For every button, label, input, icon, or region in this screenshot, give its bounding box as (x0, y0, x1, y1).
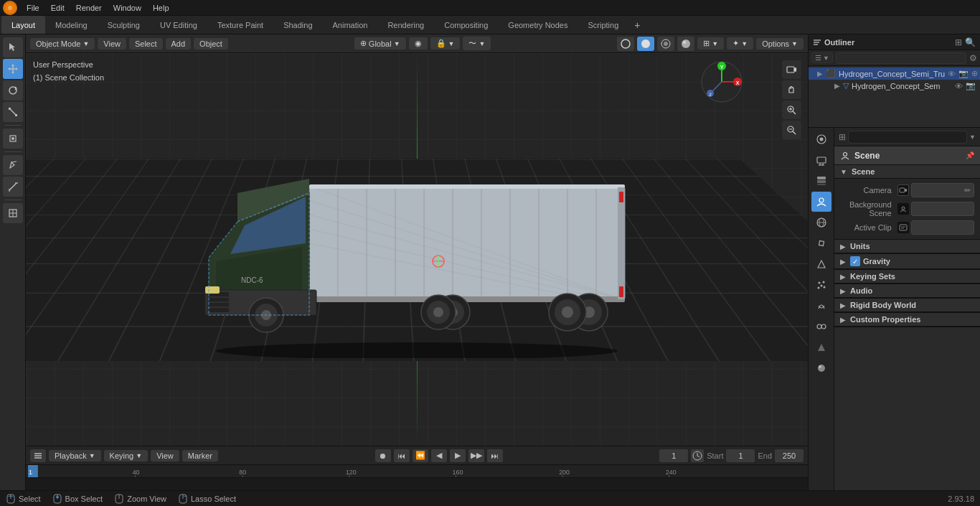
prop-render-btn[interactable] (811, 129, 831, 149)
prop-viewlayer-btn[interactable] (811, 171, 831, 191)
add-workspace-button[interactable]: + (628, 17, 646, 34)
prop-modifier-btn[interactable] (811, 254, 831, 274)
menu-help[interactable]: Help (148, 2, 174, 14)
outliner-filter-icon2[interactable]: ⚙ (969, 53, 977, 63)
timeline-menu-icon[interactable] (30, 449, 46, 462)
measure-tool[interactable] (3, 177, 23, 197)
next-keyframe-btn[interactable]: ▶▶ (468, 449, 484, 462)
proportional-edit[interactable]: ◉ (409, 37, 428, 50)
prop-world-btn[interactable] (811, 212, 831, 233)
tab-uv-editing[interactable]: UV Editing (150, 16, 207, 34)
prop-data-btn[interactable] (811, 337, 831, 357)
fps-indicator[interactable] (691, 449, 704, 462)
outliner-item-collection[interactable]: ▶ ⬛ Hydrogen_Concept_Semi_Tru 👁 📷 ⊕ (809, 67, 980, 80)
prop-object-btn[interactable] (811, 233, 831, 253)
viewport-shading-solid[interactable] (637, 37, 654, 51)
select-menu[interactable]: Select (129, 38, 163, 50)
transform-orientation[interactable]: ⊕ Global ▼ (354, 37, 406, 50)
prev-frame-btn[interactable]: ⏪ (413, 449, 428, 462)
custom-props-header[interactable]: ▶ Custom Properties (834, 313, 980, 327)
cursor-tool[interactable] (3, 37, 23, 57)
status-select[interactable]: Select (6, 494, 41, 504)
view-zoom-out-btn[interactable] (782, 121, 801, 139)
move-tool[interactable] (3, 59, 23, 79)
tab-animation[interactable]: Animation (323, 16, 378, 34)
gravity-header[interactable]: ▶ ✓ Gravity (834, 254, 980, 269)
background-scene-dropdown[interactable] (911, 202, 974, 216)
menu-render[interactable]: Render (71, 2, 107, 14)
rigid-body-header[interactable]: ▶ Rigid Body World (834, 299, 980, 312)
properties-search-input[interactable] (848, 131, 967, 144)
prop-physics-btn[interactable] (811, 296, 831, 316)
status-lasso-select[interactable]: Lasso Select (178, 494, 236, 504)
outliner-render-icon2[interactable]: 📷 (966, 81, 976, 90)
blender-logo[interactable] (3, 1, 17, 15)
gravity-checkbox[interactable]: ✓ (850, 256, 860, 266)
status-zoom-view[interactable]: Zoom View (114, 494, 166, 504)
overlay-toggle[interactable]: ⊞ ▼ (697, 37, 724, 50)
annotate-tool[interactable] (3, 155, 23, 175)
transform-tool[interactable] (3, 128, 23, 149)
outliner-filter-icon[interactable]: ⊞ (955, 37, 962, 47)
marker-dropdown[interactable]: Marker (182, 450, 218, 462)
prop-output-btn[interactable] (811, 150, 831, 170)
prop-particles-btn[interactable] (811, 275, 831, 295)
outliner-item-mesh[interactable]: ▶ ▽ Hydrogen_Concept_Sem 👁 📷 (809, 80, 980, 92)
outliner-select-icon[interactable]: ⊕ (971, 69, 978, 78)
view-dropdown-timeline[interactable]: View (151, 450, 179, 462)
outliner-filter-dropdown[interactable]: ☰ ▼ (811, 52, 833, 63)
add-menu[interactable]: Add (166, 38, 192, 50)
viewport-shading-material[interactable] (657, 37, 674, 51)
playback-dropdown[interactable]: Playback ▼ (49, 450, 101, 462)
prop-material-btn[interactable] (811, 358, 831, 378)
prop-scene-btn[interactable] (811, 192, 831, 212)
object-menu[interactable]: Object (194, 38, 228, 50)
scene-subsection-header[interactable]: ▼ Scene (834, 165, 980, 179)
gizmo-toggle[interactable]: ✦ ▼ (727, 37, 753, 50)
audio-header[interactable]: ▶ Audio (834, 284, 980, 298)
proportional-settings[interactable]: 〜 ▼ (463, 37, 491, 50)
start-frame-field[interactable]: 1 (726, 449, 755, 462)
camera-dropdown[interactable]: ✏ (911, 183, 974, 197)
viewport-shading-rendered[interactable] (677, 37, 694, 51)
view-camera-btn[interactable] (782, 60, 801, 79)
truck-model[interactable]: NDC-6 (166, 128, 668, 360)
menu-file[interactable]: File (22, 2, 44, 14)
tab-texture-paint[interactable]: Texture Paint (207, 16, 273, 34)
snap-toggle[interactable]: 🔒 ▼ (430, 37, 461, 50)
properties-filter-dropdown[interactable]: ▼ (969, 133, 976, 141)
tab-shading[interactable]: Shading (273, 16, 322, 34)
object-mode-dropdown[interactable]: Object Mode ▼ (30, 38, 95, 50)
tab-modeling[interactable]: Modeling (45, 16, 98, 34)
tab-sculpting[interactable]: Sculpting (98, 16, 150, 34)
axis-widget[interactable]: Y X Z (700, 60, 743, 103)
current-frame-field[interactable]: 1 (659, 449, 688, 462)
keying-sets-header[interactable]: ▶ Keying Sets (834, 270, 980, 284)
status-box-select[interactable]: Box Select (52, 494, 103, 504)
tab-scripting[interactable]: Scripting (578, 16, 628, 34)
end-frame-field[interactable]: 250 (775, 449, 804, 462)
outliner-search-icon[interactable]: 🔍 (965, 37, 976, 47)
options-btn[interactable]: Options ▼ (756, 38, 804, 50)
menu-window[interactable]: Window (108, 2, 146, 14)
scrubber-area[interactable]: 0 40 80 120 160 (26, 464, 808, 490)
active-clip-dropdown[interactable] (911, 220, 974, 235)
viewport-shading-wire[interactable] (617, 37, 634, 51)
record-btn[interactable]: ⏺ (375, 449, 391, 462)
prev-keyframe-btn[interactable]: ◀ (431, 449, 447, 462)
outliner-visibility-icon[interactable]: 👁 (948, 70, 956, 78)
rotate-tool[interactable] (3, 80, 23, 100)
tab-geometry-nodes[interactable]: Geometry Nodes (498, 16, 578, 34)
view-hand-btn[interactable] (782, 80, 801, 99)
view-menu[interactable]: View (98, 38, 126, 50)
outliner-visibility-icon2[interactable]: 👁 (955, 82, 963, 90)
tab-rendering[interactable]: Rendering (377, 16, 434, 34)
camera-pencil[interactable]: ✏ (964, 186, 971, 195)
viewport-canvas[interactable]: NDC-6 (26, 53, 808, 446)
units-header[interactable]: ▶ Units (834, 240, 980, 253)
add-primitive-tool[interactable] (3, 203, 23, 223)
outliner-render-icon[interactable]: 📷 (958, 69, 969, 78)
jump-end-btn[interactable]: ⏭ (487, 449, 503, 462)
tab-compositing[interactable]: Compositing (434, 16, 498, 34)
play-btn[interactable]: ▶ (450, 449, 466, 462)
